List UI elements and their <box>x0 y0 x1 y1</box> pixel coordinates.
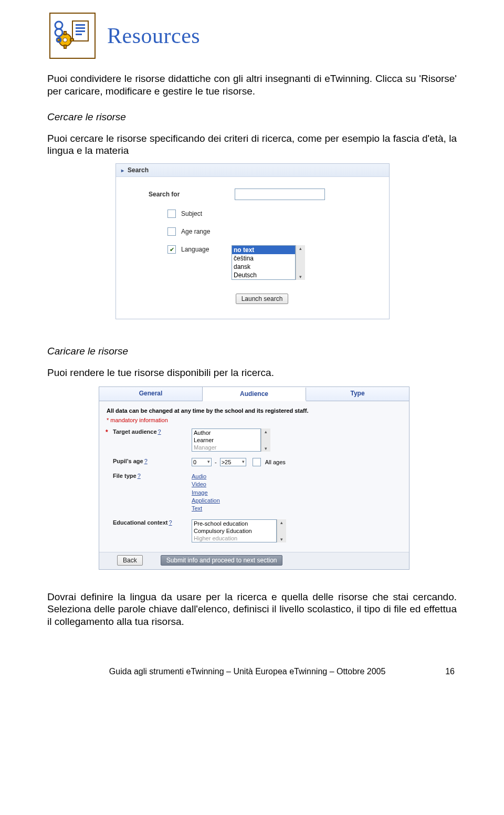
section-text-upload: Puoi rendere le tue risorse disponibili … <box>47 367 457 379</box>
row-target-audience: * Target audience? Author Learner Manage… <box>106 429 403 452</box>
list-item[interactable]: Compulsory Education <box>192 527 276 535</box>
scrollbar[interactable]: ▴▾ <box>261 429 270 452</box>
language-checkbox[interactable]: ✔ <box>167 245 176 254</box>
educational-context-select[interactable]: Pre-school education Compulsory Educatio… <box>192 519 403 542</box>
subject-label: Subject <box>181 210 202 217</box>
svg-point-11 <box>55 22 62 29</box>
page-number: 16 <box>445 667 455 676</box>
svg-rect-1 <box>76 24 85 26</box>
section-text-search: Puoi cercare le risorse specificando dei… <box>47 132 457 158</box>
help-link[interactable]: ? <box>158 429 161 435</box>
svg-rect-4 <box>76 34 82 35</box>
resources-logo-icon <box>49 13 96 59</box>
filetype-link[interactable]: Application <box>192 497 403 505</box>
launch-search-button[interactable]: Launch search <box>236 294 289 304</box>
all-ages-label: All ages <box>265 459 286 465</box>
all-ages-checkbox[interactable] <box>253 458 261 466</box>
section-heading-search: Cercare le risorse <box>47 111 457 123</box>
section-heading-upload: Caricare le risorse <box>47 346 457 357</box>
expand-icon[interactable]: ▸ <box>121 168 124 173</box>
filetype-link[interactable]: Text <box>192 505 403 513</box>
filetype-link[interactable]: Image <box>192 489 403 497</box>
list-item[interactable]: no text <box>232 246 295 254</box>
help-link[interactable]: ? <box>169 519 172 526</box>
row-educational-context: Educational context? Pre-school educatio… <box>106 519 403 542</box>
list-item[interactable]: Pre-school education <box>192 520 276 527</box>
svg-rect-2 <box>76 27 85 29</box>
svg-point-6 <box>63 38 67 42</box>
educational-context-label: Educational context <box>113 519 168 526</box>
svg-rect-10 <box>70 39 74 41</box>
list-item[interactable]: Deutsch <box>232 271 295 279</box>
search-for-label: Search for <box>149 191 212 198</box>
list-item[interactable]: čeština <box>232 254 295 263</box>
header: Resources <box>49 13 457 59</box>
age-to-select[interactable]: >25▾ <box>220 458 246 466</box>
submit-button[interactable]: Submit info and proceed to next section <box>161 555 283 566</box>
footer-text: Guida agli strumenti eTwinning – Unità E… <box>109 667 386 676</box>
panel-header: ▸ Search <box>116 164 389 177</box>
list-item[interactable]: Higher education <box>192 535 276 542</box>
age-range-checkbox[interactable] <box>167 227 176 236</box>
page-footer: Guida agli strumenti eTwinning – Unità E… <box>47 667 457 676</box>
language-label: Language <box>181 245 232 253</box>
subject-checkbox[interactable] <box>167 210 176 218</box>
outro-text: Dovrai definire la lingua da usare per l… <box>47 591 457 628</box>
search-panel: ▸ Search Search for Subject Age range ✔ <box>116 163 390 319</box>
tab-bar: General Audience Type <box>99 387 409 401</box>
list-item[interactable]: Learner <box>192 436 260 444</box>
list-item[interactable]: Author <box>192 429 260 436</box>
scrollbar[interactable]: ▴▾ <box>277 519 286 542</box>
help-link[interactable]: ? <box>138 473 141 479</box>
filetype-link[interactable]: Audio <box>192 473 403 480</box>
language-listbox[interactable]: no text čeština dansk Deutsch ▴▾ <box>232 245 305 280</box>
search-input[interactable] <box>235 189 325 200</box>
mandatory-note: * mandatory information <box>107 417 403 423</box>
age-range-label: Age range <box>181 228 210 235</box>
help-link[interactable]: ? <box>144 458 148 464</box>
list-item[interactable]: Manager <box>192 444 260 451</box>
svg-rect-7 <box>64 32 66 35</box>
list-item[interactable]: dansk <box>232 263 295 271</box>
svg-rect-3 <box>76 30 85 32</box>
row-file-type: File type? Audio Video Image Application… <box>106 473 403 513</box>
filetype-link[interactable]: Video <box>192 480 403 488</box>
tab-type[interactable]: Type <box>306 387 409 401</box>
tab-general[interactable]: General <box>99 387 203 401</box>
file-type-label: File type <box>113 473 136 479</box>
target-audience-select[interactable]: Author Learner Manager ▴▾ <box>192 429 403 452</box>
back-button[interactable]: Back <box>117 555 143 566</box>
row-pupils-age: Pupil's age? 0▾ - >25▾ All ages <box>106 458 403 466</box>
resources-title: Resources <box>107 23 200 48</box>
required-icon: * <box>106 429 113 436</box>
svg-point-12 <box>55 29 62 36</box>
pupils-age-label: Pupil's age <box>113 458 143 464</box>
scrollbar[interactable]: ▴▾ <box>296 245 305 280</box>
panel-title: Search <box>128 166 149 174</box>
upload-form-panel: General Audience Type All data can be ch… <box>99 386 410 570</box>
intro-text: Puoi condividere le risorse didattiche c… <box>47 72 457 98</box>
target-audience-label: Target audience <box>113 429 157 435</box>
svg-rect-8 <box>64 45 66 48</box>
form-note: All data can be changed at any time by t… <box>107 408 402 414</box>
tab-audience[interactable]: Audience <box>203 388 306 401</box>
age-from-select[interactable]: 0▾ <box>192 458 212 466</box>
